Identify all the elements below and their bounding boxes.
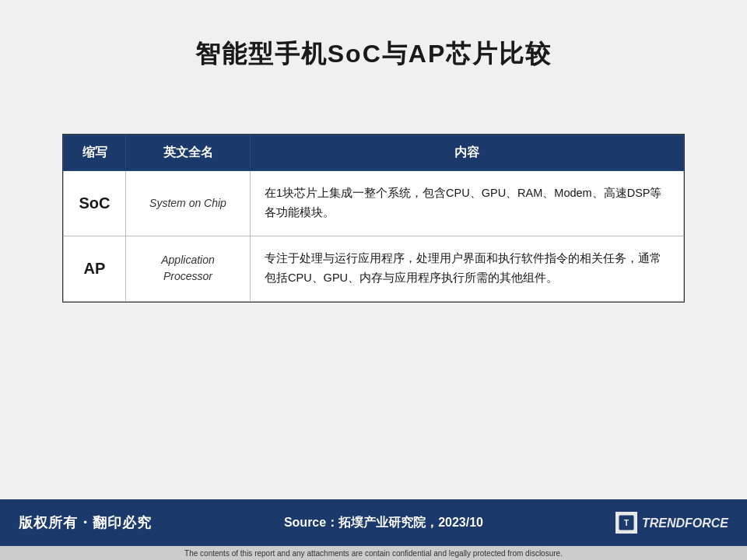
comparison-table: 缩写 英文全名 内容 SoC System on Chip 在1块芯片上集成一整… bbox=[62, 134, 685, 303]
footer-copyright: 版权所有・翻印必究 bbox=[19, 513, 152, 532]
cell-ap-content: 专注于处理与运行应用程序，处理用户界面和执行软件指令的相关任务，通常包括CPU、… bbox=[251, 236, 684, 301]
svg-text:T: T bbox=[624, 519, 629, 527]
cell-soc-content: 在1块芯片上集成一整个系统，包含CPU、GPU、RAM、Modem、高速DSP等… bbox=[251, 171, 684, 236]
footer-logo-area: T TRENDFORCE bbox=[615, 512, 728, 534]
logo-text: TRENDFORCE bbox=[642, 515, 728, 531]
main-content: 智能型手机SoC与AP芯片比较 缩写 英文全名 内容 SoC System on… bbox=[0, 0, 747, 513]
trendforce-logo: T TRENDFORCE bbox=[615, 512, 728, 534]
cell-soc-abbr: SoC bbox=[64, 171, 126, 236]
disclaimer-text: The contents of this report and any atta… bbox=[184, 549, 563, 558]
table-row: SoC System on Chip 在1块芯片上集成一整个系统，包含CPU、G… bbox=[64, 171, 684, 236]
header-content: 内容 bbox=[251, 135, 684, 171]
table-header-row: 缩写 英文全名 内容 bbox=[64, 135, 684, 171]
cell-ap-fullname: ApplicationProcessor bbox=[126, 236, 251, 301]
logo-icon: T bbox=[615, 512, 637, 534]
footer-source: Source：拓墣产业研究院，2023/10 bbox=[152, 515, 615, 531]
page-title: 智能型手机SoC与AP芯片比较 bbox=[195, 37, 552, 72]
header-abbr: 缩写 bbox=[64, 135, 126, 171]
disclaimer-bar: The contents of this report and any atta… bbox=[0, 546, 747, 560]
table-row: AP ApplicationProcessor 专注于处理与运行应用程序，处理用… bbox=[64, 236, 684, 301]
footer: 版权所有・翻印必究 Source：拓墣产业研究院，2023/10 T TREND… bbox=[0, 499, 747, 546]
footer-source-text: Source：拓墣产业研究院，2023/10 bbox=[284, 516, 483, 529]
header-fullname: 英文全名 bbox=[126, 135, 251, 171]
cell-ap-abbr: AP bbox=[64, 236, 126, 301]
cell-soc-fullname: System on Chip bbox=[126, 171, 251, 236]
